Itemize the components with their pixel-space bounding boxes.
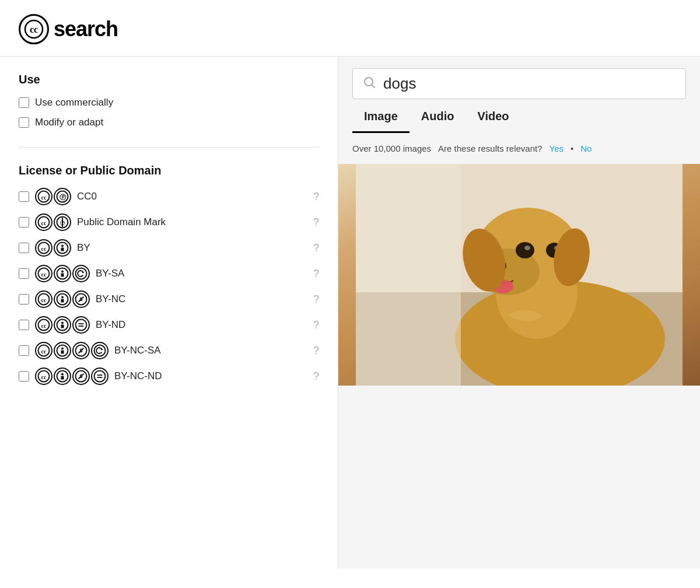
- dog-image[interactable]: [338, 164, 700, 386]
- search-icon: [362, 75, 376, 92]
- cc-base-icon-by: cc: [35, 239, 52, 257]
- cc-base-icon: cc: [35, 188, 52, 205]
- license-row-bysa: cc BY-SA: [19, 265, 319, 282]
- svg-rect-77: [356, 164, 461, 386]
- by-attribution-icon: [54, 239, 71, 257]
- license-row-cc0: cc Ⓟ CC0 ?: [19, 188, 319, 205]
- byncnd-label[interactable]: BY-NC-ND: [114, 370, 313, 382]
- bysa-help-icon[interactable]: ?: [313, 268, 319, 280]
- by-label[interactable]: BY: [77, 242, 313, 254]
- bynd-icons: cc: [35, 316, 90, 334]
- bync-help-icon[interactable]: ?: [313, 293, 319, 306]
- sidebar: Use Use commercially Modify or adapt Lic…: [0, 57, 338, 569]
- header: cc search: [0, 0, 700, 57]
- svg-text:cc: cc: [30, 24, 38, 34]
- svg-text:cc: cc: [41, 374, 47, 380]
- search-input[interactable]: [383, 75, 676, 93]
- dot-separator: •: [570, 144, 573, 153]
- use-section: Use Use commercially Modify or adapt: [19, 73, 319, 128]
- license-section: License or Public Domain cc Ⓟ CC0 ?: [19, 164, 319, 385]
- tab-audio[interactable]: Audio: [410, 102, 466, 133]
- svg-rect-27: [61, 299, 64, 303]
- svg-rect-35: [61, 325, 64, 328]
- use-commercially-label[interactable]: Use commercially: [35, 97, 113, 108]
- svg-text:cc: cc: [41, 323, 47, 329]
- section-divider: [19, 147, 319, 148]
- cc0-checkbox[interactable]: [19, 191, 29, 202]
- byncsa-nc-icon: $: [72, 342, 90, 359]
- byncsa-icons: cc $: [35, 342, 108, 359]
- svg-text:cc: cc: [41, 348, 47, 355]
- svg-text:cc: cc: [41, 220, 47, 226]
- main-layout: Use Use commercially Modify or adapt Lic…: [0, 57, 700, 569]
- svg-point-70: [516, 242, 534, 258]
- modify-or-adapt-checkbox[interactable]: [19, 117, 29, 128]
- svg-point-36: [76, 320, 87, 331]
- license-row-byncsa: cc $: [19, 342, 319, 359]
- bynd-checkbox[interactable]: [19, 320, 29, 330]
- svg-text:Ⓟ: Ⓟ: [60, 220, 65, 226]
- byncnd-by-icon: [54, 368, 71, 385]
- use-commercially-checkbox[interactable]: [19, 97, 29, 108]
- no-link[interactable]: No: [580, 144, 592, 153]
- byncsa-sa-icon: [91, 342, 108, 359]
- svg-point-52: [61, 373, 64, 376]
- bynd-label[interactable]: BY-ND: [96, 319, 313, 331]
- tab-image[interactable]: Image: [352, 102, 410, 133]
- pdm-help-icon[interactable]: ?: [313, 216, 319, 229]
- byncsa-help-icon[interactable]: ?: [313, 345, 319, 357]
- cc-base-icon-pdm: cc: [35, 214, 52, 231]
- license-row-bync: cc $ BY-NC: [19, 290, 319, 308]
- svg-rect-53: [61, 376, 64, 380]
- cc-base-icon-byncnd: cc: [35, 368, 52, 385]
- bysa-checkbox[interactable]: [19, 268, 29, 279]
- image-result-area: [338, 164, 700, 569]
- license-row-bynd: cc BY-ND: [19, 316, 319, 334]
- svg-line-61: [372, 85, 375, 88]
- search-area: [338, 57, 700, 99]
- byncnd-help-icon[interactable]: ?: [313, 370, 319, 383]
- right-panel: Image Audio Video Over 10,000 images Are…: [338, 57, 700, 569]
- svg-text:cc: cc: [41, 297, 47, 303]
- by-icons: cc: [35, 239, 71, 257]
- bysa-label[interactable]: BY-SA: [96, 268, 313, 279]
- byncsa-checkbox[interactable]: [19, 345, 29, 356]
- cc0-label[interactable]: CC0: [77, 191, 313, 202]
- cc-logo-icon: cc: [19, 14, 49, 44]
- cc0-help-icon[interactable]: ?: [313, 191, 319, 203]
- use-commercially-row: Use commercially: [19, 97, 319, 108]
- pdm-pd-icon: Ⓟ: [54, 214, 71, 231]
- tab-video[interactable]: Video: [466, 102, 520, 133]
- bysa-by-icon: [54, 265, 71, 282]
- logo-text: search: [54, 17, 118, 41]
- license-section-title: License or Public Domain: [19, 164, 319, 177]
- cc0-zero-icon: Ⓟ: [54, 188, 71, 205]
- modify-or-adapt-label[interactable]: Modify or adapt: [35, 117, 103, 128]
- bynd-help-icon[interactable]: ?: [313, 319, 319, 331]
- bync-by-icon: [54, 290, 71, 308]
- license-row-pdm: cc Ⓟ Public Domain Mark ?: [19, 214, 319, 231]
- by-checkbox[interactable]: [19, 243, 29, 253]
- svg-point-34: [61, 322, 64, 324]
- pdm-label[interactable]: Public Domain Mark: [77, 216, 313, 228]
- pdm-checkbox[interactable]: [19, 217, 29, 228]
- svg-text:$: $: [79, 296, 82, 302]
- byncnd-icons: cc $: [35, 368, 108, 385]
- bync-checkbox[interactable]: [19, 294, 29, 304]
- byncsa-by-icon: [54, 342, 71, 359]
- bysa-icons: cc: [35, 265, 90, 282]
- cc0-icons: cc Ⓟ: [35, 188, 71, 205]
- byncnd-nc-icon: $: [72, 368, 90, 385]
- yes-link[interactable]: Yes: [550, 144, 564, 153]
- svg-text:cc: cc: [41, 194, 47, 201]
- svg-point-19: [61, 271, 64, 273]
- by-help-icon[interactable]: ?: [313, 242, 319, 254]
- byncsa-label[interactable]: BY-NC-SA: [114, 345, 313, 356]
- results-bar: Over 10,000 images Are these results rel…: [338, 133, 700, 164]
- logo[interactable]: cc search: [19, 14, 681, 44]
- relevance-question: Are these results relevant?: [438, 144, 542, 153]
- pdm-icons: cc Ⓟ: [35, 214, 71, 231]
- bync-label[interactable]: BY-NC: [96, 293, 313, 305]
- bync-icons: cc $: [35, 290, 90, 308]
- byncnd-checkbox[interactable]: [19, 371, 29, 382]
